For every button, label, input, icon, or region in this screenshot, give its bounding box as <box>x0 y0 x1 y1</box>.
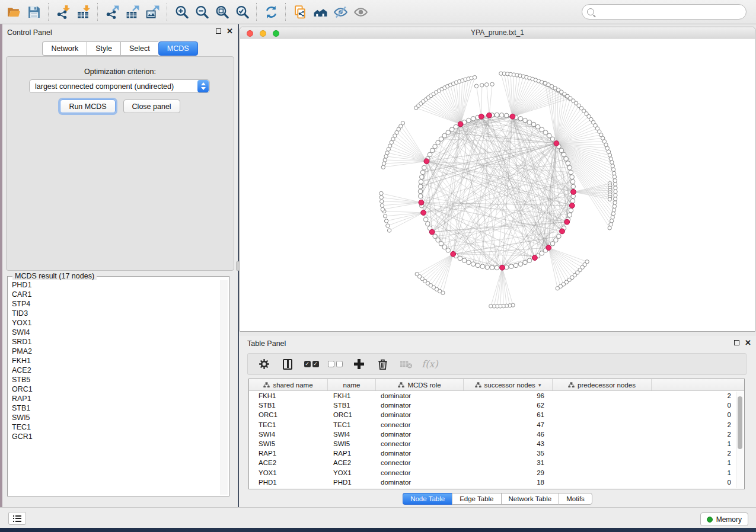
deselect-all-button[interactable] <box>327 357 343 372</box>
delete-columns-button[interactable] <box>375 357 390 372</box>
open-session-button[interactable] <box>4 2 24 22</box>
import-network-icon <box>56 5 71 20</box>
network-window: YPA_prune.txt_1 <box>240 27 755 332</box>
table-row[interactable]: TEC1TEC1connector472 <box>249 420 744 430</box>
float-table-panel-icon[interactable] <box>734 340 739 345</box>
mcds-list-scrollbar[interactable] <box>221 280 228 495</box>
table-row[interactable]: YOX1YOX1connector291 <box>249 468 744 477</box>
run-mcds-button[interactable]: Run MCDS <box>60 100 115 113</box>
list-item[interactable]: SWI5 <box>12 413 219 422</box>
list-item[interactable]: GCR1 <box>12 432 219 441</box>
create-column-button[interactable] <box>351 357 366 372</box>
export-image-button[interactable] <box>142 2 162 22</box>
mcds-panel: Optimization criterion: largest connecte… <box>6 56 234 271</box>
search-input[interactable] <box>598 8 734 16</box>
table-cell: 2 <box>553 392 744 399</box>
tab-node-table[interactable]: Node Table <box>403 493 452 505</box>
table-row[interactable]: SWI4SWI4dominator462 <box>249 430 744 439</box>
tab-edge-table[interactable]: Edge Table <box>452 493 500 505</box>
close-panel-icon[interactable]: ✕ <box>227 28 233 34</box>
import-table-button[interactable] <box>73 2 93 22</box>
mcds-result-group: MCDS result (17 nodes) PHD1CAR1STP4TID3Y… <box>7 276 229 496</box>
maximize-window-icon[interactable] <box>273 30 279 37</box>
zoom-out-button[interactable] <box>192 2 212 22</box>
list-item[interactable]: STB5 <box>12 375 219 384</box>
table-cell: 43 <box>464 440 553 447</box>
first-neighbors-button[interactable] <box>310 2 330 22</box>
tab-network[interactable]: Network <box>42 41 87 56</box>
close-table-panel-icon[interactable]: ✕ <box>745 340 751 345</box>
tab-select[interactable]: Select <box>120 41 158 56</box>
tab-style[interactable]: Style <box>87 41 120 56</box>
table-cell: 96 <box>464 392 553 399</box>
hide-selected-button[interactable] <box>330 2 350 22</box>
column-header-predecessor-nodes[interactable]: predecessor nodes <box>553 379 652 390</box>
list-item[interactable]: SWI4 <box>12 328 219 337</box>
apply-layout-button[interactable] <box>261 2 281 22</box>
list-item[interactable]: CAR1 <box>12 290 219 299</box>
tab-motifs[interactable]: Motifs <box>559 493 592 505</box>
show-columns-button[interactable] <box>280 357 295 372</box>
fit-selected-button[interactable] <box>232 2 252 22</box>
tab-network-table[interactable]: Network Table <box>501 493 559 505</box>
zoom-in-button[interactable] <box>171 2 192 22</box>
list-item[interactable]: PMA2 <box>12 347 219 356</box>
table-row[interactable]: SWI5SWI5connector431 <box>249 439 744 448</box>
close-window-icon[interactable] <box>247 30 253 37</box>
list-item[interactable]: TID3 <box>12 309 219 318</box>
table-mode-button[interactable] <box>256 357 272 372</box>
table-row[interactable]: STB1STB1dominator620 <box>249 400 744 410</box>
table-row[interactable]: FKH1FKH1dominator962 <box>249 391 744 400</box>
tab-mcds[interactable]: MCDS <box>158 41 198 56</box>
select-all-button[interactable]: ✓✓ <box>304 357 319 372</box>
close-panel-button[interactable]: Close panel <box>123 100 180 113</box>
list-item[interactable]: ORC1 <box>12 384 219 394</box>
search-box[interactable] <box>582 4 747 20</box>
panel-menu-button[interactable] <box>8 512 26 525</box>
list-item[interactable]: SRD1 <box>12 337 219 347</box>
column-header-shared-name[interactable]: shared name <box>249 379 328 390</box>
minimize-window-icon[interactable] <box>260 30 266 37</box>
table-row[interactable]: PHD1PHD1dominator180 <box>249 477 744 487</box>
memory-button[interactable]: Memory <box>700 512 748 526</box>
delete-table-button[interactable] <box>398 357 414 372</box>
float-panel-icon[interactable] <box>216 28 221 34</box>
table-cell: FKH1 <box>249 392 328 399</box>
list-item[interactable]: RAP1 <box>12 394 219 403</box>
table-row[interactable]: ORC1ORC1dominator610 <box>249 410 744 419</box>
column-header-name[interactable]: name <box>328 379 376 390</box>
export-network-button[interactable] <box>102 2 122 22</box>
table-cell: RAP1 <box>249 450 328 457</box>
show-all-button[interactable] <box>350 2 371 22</box>
table-cell: 31 <box>464 459 553 466</box>
list-item[interactable]: ACE2 <box>12 366 219 375</box>
table-panel-title: Table Panel <box>247 339 286 348</box>
control-panel-header: Control Panel ✕ <box>2 24 238 40</box>
network-canvas[interactable] <box>240 39 755 331</box>
columns-icon <box>283 359 292 370</box>
table-row[interactable]: RAP1RAP1dominator352 <box>249 448 744 458</box>
list-item[interactable]: FKH1 <box>12 356 219 366</box>
import-network-button[interactable] <box>53 2 73 22</box>
zoom-fit-icon <box>215 5 229 20</box>
table-scrollbar[interactable] <box>736 392 744 488</box>
optimization-criterion-select[interactable]: largest connected component (undirected) <box>29 79 210 93</box>
save-session-button[interactable] <box>24 2 44 22</box>
table-row[interactable]: ACE2ACE2connector311 <box>249 458 744 467</box>
list-item[interactable]: YOX1 <box>12 318 219 328</box>
list-item[interactable]: STP4 <box>12 299 219 309</box>
clone-network-button[interactable] <box>290 2 310 22</box>
list-item[interactable]: PHD1 <box>12 280 219 290</box>
function-builder-button[interactable]: f(x) <box>422 357 438 372</box>
list-item[interactable]: STB1 <box>12 403 219 413</box>
export-table-button[interactable] <box>122 2 142 22</box>
fit-content-button[interactable] <box>212 2 232 22</box>
network-window-titlebar[interactable]: YPA_prune.txt_1 <box>240 27 755 39</box>
column-header-MCDS-role[interactable]: MCDS role <box>376 379 464 390</box>
table-scrollbar-thumb[interactable] <box>738 396 742 449</box>
column-header-successor-nodes[interactable]: successor nodes▾ <box>464 379 553 390</box>
list-item[interactable]: TEC1 <box>12 422 219 432</box>
table-cell: connector <box>376 469 464 476</box>
mcds-result-list[interactable]: PHD1CAR1STP4TID3YOX1SWI4SRD1PMA2FKH1ACE2… <box>9 280 219 495</box>
control-tabs: NetworkStyleSelectMCDS <box>2 41 238 56</box>
